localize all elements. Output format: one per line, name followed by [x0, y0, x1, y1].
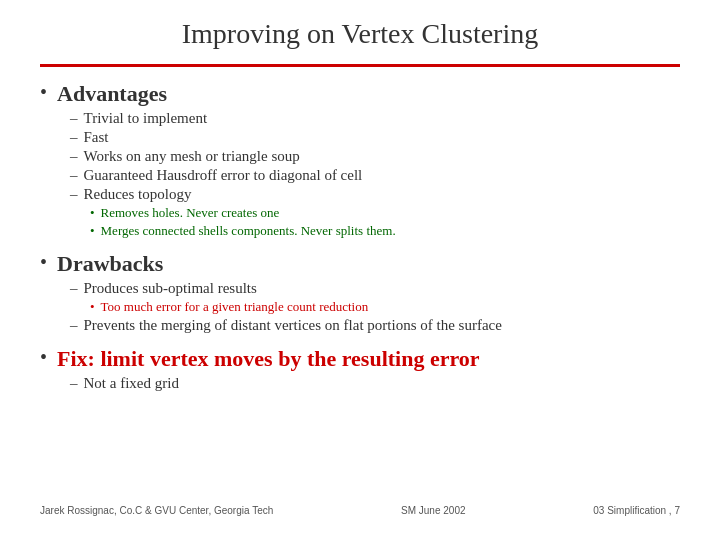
fix-bullet: • Fix: limit vertex moves by the resulti…	[40, 346, 680, 372]
title-area: Improving on Vertex Clustering	[40, 0, 680, 58]
mini-bullet-merges: •	[90, 223, 95, 239]
fix-label: Fix: limit vertex moves by the resulting…	[57, 346, 480, 372]
content-area: • Advantages – Trivial to implement – Fa…	[40, 81, 680, 497]
dash-reduces: –	[70, 186, 78, 203]
sub-item-suboptimal-text: Produces sub-optimal results	[84, 280, 257, 297]
sub-item-reduces: – Reduces topology	[70, 186, 680, 203]
fix-sub-list: – Not a fixed grid	[70, 375, 680, 392]
sub-item-notfixed: – Not a fixed grid	[70, 375, 680, 392]
sub-item-prevents: – Prevents the merging of distant vertic…	[70, 317, 680, 334]
sub-item-reduces-text: Reduces topology	[84, 186, 192, 203]
advantages-section: • Advantages – Trivial to implement – Fa…	[40, 81, 680, 239]
advantages-bullet: • Advantages	[40, 81, 680, 107]
dash-suboptimal: –	[70, 280, 78, 297]
sub-item-guaranteed-text: Guaranteed Hausdroff error to diagonal o…	[84, 167, 363, 184]
sub-sub-toomuch-text: Too much error for a given triangle coun…	[101, 299, 369, 315]
sub-sub-merges: • Merges connected shells components. Ne…	[90, 223, 680, 239]
sub-item-notfixed-text: Not a fixed grid	[84, 375, 179, 392]
sub-sub-merges-text: Merges connected shells components. Neve…	[101, 223, 396, 239]
dash-prevents: –	[70, 317, 78, 334]
dash-notfixed: –	[70, 375, 78, 392]
sub-item-works: – Works on any mesh or triangle soup	[70, 148, 680, 165]
slide: Improving on Vertex Clustering • Advanta…	[0, 0, 720, 540]
reduces-sub-list: • Removes holes. Never creates one • Mer…	[90, 205, 680, 239]
fix-section: • Fix: limit vertex moves by the resulti…	[40, 346, 680, 392]
dash-trivial: –	[70, 110, 78, 127]
footer-center: SM June 2002	[401, 505, 466, 516]
drawbacks-section: • Drawbacks – Produces sub-optimal resul…	[40, 251, 680, 334]
sub-item-trivial: – Trivial to implement	[70, 110, 680, 127]
sub-item-works-text: Works on any mesh or triangle soup	[84, 148, 300, 165]
mini-bullet-toomuch: •	[90, 299, 95, 315]
mini-bullet-removes: •	[90, 205, 95, 221]
sub-item-trivial-text: Trivial to implement	[84, 110, 208, 127]
drawbacks-label: Drawbacks	[57, 251, 163, 277]
slide-title: Improving on Vertex Clustering	[40, 18, 680, 50]
sub-item-suboptimal: – Produces sub-optimal results	[70, 280, 680, 297]
footer-left: Jarek Rossignac, Co.C & GVU Center, Geor…	[40, 505, 273, 516]
bullet-dot-advantages: •	[40, 81, 47, 104]
sub-sub-toomuch: • Too much error for a given triangle co…	[90, 299, 680, 315]
title-divider	[40, 64, 680, 67]
bullet-dot-fix: •	[40, 346, 47, 369]
advantages-sub-list: – Trivial to implement – Fast – Works on…	[70, 110, 680, 239]
advantages-label: Advantages	[57, 81, 167, 107]
dash-works: –	[70, 148, 78, 165]
sub-sub-removes-text: Removes holes. Never creates one	[101, 205, 280, 221]
drawbacks-sub-list: – Produces sub-optimal results • Too muc…	[70, 280, 680, 334]
sub-item-fast: – Fast	[70, 129, 680, 146]
bullet-dot-drawbacks: •	[40, 251, 47, 274]
sub-item-fast-text: Fast	[84, 129, 109, 146]
dash-guaranteed: –	[70, 167, 78, 184]
footer: Jarek Rossignac, Co.C & GVU Center, Geor…	[40, 497, 680, 520]
footer-right: 03 Simplification , 7	[593, 505, 680, 516]
drawbacks-bullet: • Drawbacks	[40, 251, 680, 277]
dash-fast: –	[70, 129, 78, 146]
sub-sub-removes: • Removes holes. Never creates one	[90, 205, 680, 221]
sub-item-prevents-text: Prevents the merging of distant vertices…	[84, 317, 502, 334]
suboptimal-sub-list: • Too much error for a given triangle co…	[90, 299, 680, 315]
sub-item-guaranteed: – Guaranteed Hausdroff error to diagonal…	[70, 167, 680, 184]
